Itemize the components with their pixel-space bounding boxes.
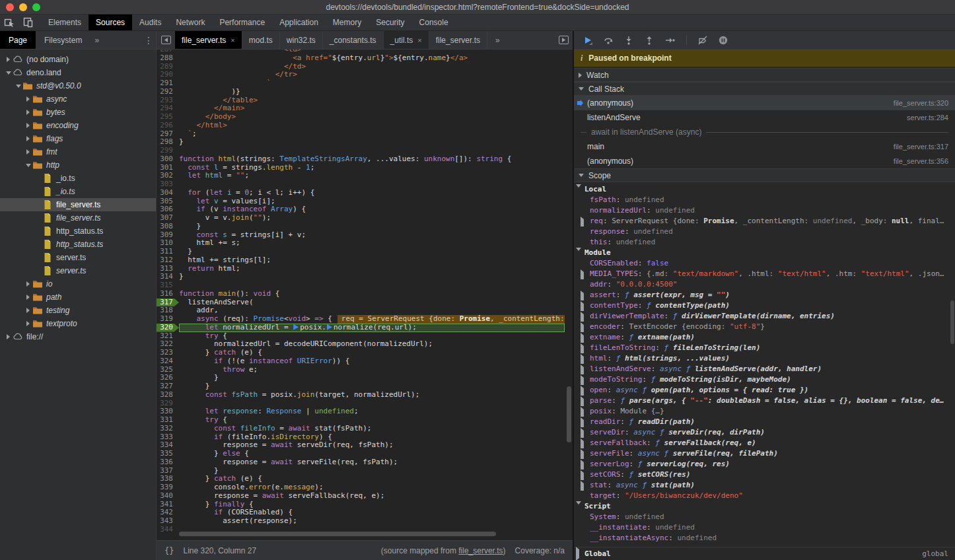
expand-arrow-icon[interactable] (24, 308, 32, 313)
expand-arrow-icon[interactable] (581, 409, 584, 417)
expand-arrow-icon[interactable] (581, 314, 584, 322)
editor-tab-_util.ts[interactable]: _util.ts× (384, 31, 429, 49)
code-line-content[interactable]: v = v.join(""); (179, 214, 565, 223)
line-number[interactable]: 323 (157, 349, 179, 357)
tree-item-std@v0.50.0[interactable]: std@v0.50.0 (0, 79, 156, 92)
tree-item-nodomain[interactable]: (no domain) (0, 53, 156, 66)
source-map-link[interactable]: file_server.ts (458, 546, 503, 555)
close-window-button[interactable] (6, 3, 14, 11)
minimize-window-button[interactable] (19, 3, 27, 11)
tree-item-io[interactable]: io (0, 277, 156, 291)
scope-property[interactable]: __instantiate: undefined (574, 522, 955, 533)
line-number[interactable]: 317 (157, 298, 179, 307)
scope-property[interactable]: this: undefined (574, 237, 955, 248)
scope-property[interactable]: req: ServerRequest {done: Promise, _cont… (574, 216, 955, 227)
expand-arrow-icon[interactable] (581, 303, 584, 311)
scope-group-local[interactable]: Local (574, 184, 955, 195)
line-number[interactable]: 336 (157, 458, 179, 467)
inspect-element-icon[interactable] (0, 15, 18, 30)
hide-debugger-icon[interactable] (554, 31, 573, 49)
code-line-content[interactable]: response = await serveFile(req, fsPath); (179, 458, 565, 467)
scope-property[interactable]: posix: Module {…} (574, 406, 955, 417)
expand-arrow-icon[interactable] (581, 440, 584, 448)
tree-item-http_status.ts[interactable]: http_status.ts (0, 225, 156, 238)
close-tab-icon[interactable]: × (230, 36, 234, 44)
code-line-content[interactable]: let normalizedUrl = posix.normalize(req.… (179, 324, 565, 332)
tab-filesystem[interactable]: Filesystem (36, 31, 90, 49)
scope-property[interactable]: dirViewerTemplate: ƒ dirViewerTemplate(d… (574, 311, 955, 322)
scope-global-row[interactable]: Global global (574, 547, 955, 560)
expand-arrow-icon[interactable] (24, 281, 32, 287)
editor-vertical-scrollbar[interactable] (567, 386, 571, 442)
expand-arrow-icon[interactable] (24, 164, 32, 167)
line-number[interactable]: 308 (157, 223, 179, 231)
scope-property[interactable]: serveDir: async ƒ serveDir(req, dirPath) (574, 427, 955, 438)
scope-property[interactable]: parse: ƒ parse(args, { "--": doubleDash … (574, 396, 955, 406)
line-number[interactable]: 332 (157, 425, 179, 433)
editor-tab-file_server.ts[interactable]: file_server.ts× (175, 31, 242, 49)
scope-property[interactable]: CORSEnabled: false (574, 258, 955, 269)
expand-arrow-icon[interactable] (581, 377, 584, 385)
expand-arrow-icon[interactable] (24, 321, 32, 326)
line-number[interactable]: 304 (157, 189, 179, 197)
expand-arrow-icon[interactable] (576, 187, 581, 195)
expand-arrow-icon[interactable] (24, 96, 32, 102)
scope-property[interactable]: fileLenToString: ƒ fileLenToString(len) (574, 343, 955, 353)
frame-location[interactable]: file_server.ts:356 (894, 157, 948, 165)
tree-item-_io.ts[interactable]: _io.ts (0, 185, 156, 198)
main-tab-sources[interactable]: Sources (88, 15, 132, 30)
step-icon[interactable] (665, 36, 675, 45)
frame-location[interactable]: file_server.ts:320 (894, 99, 948, 107)
code-editor[interactable]: 287 <td>288 <a href="${entry.url}">${ent… (157, 50, 573, 540)
code-line-content[interactable]: listenAndServe( (179, 298, 565, 307)
scope-group-module[interactable]: Module (574, 248, 955, 258)
scope-property[interactable]: contentType: ƒ contentType(path) (574, 300, 955, 311)
code-line-content[interactable]: } (179, 138, 565, 147)
line-number[interactable]: 300 (157, 155, 179, 164)
more-tabs-chevron[interactable]: » (90, 31, 103, 49)
expand-arrow-icon[interactable] (581, 430, 584, 438)
scope-property[interactable]: response: undefined (574, 227, 955, 237)
deactivate-breakpoints-icon[interactable] (698, 36, 707, 45)
code-line-content[interactable]: throw e; (179, 366, 565, 374)
tree-item-http_status.ts[interactable]: http_status.ts (0, 238, 156, 251)
scope-property[interactable]: System: undefined (574, 512, 955, 522)
tree-item-encoding[interactable]: encoding (0, 119, 156, 132)
editor-tab-_constants.ts[interactable]: _constants.ts (323, 31, 384, 49)
line-number[interactable]: 327 (157, 382, 179, 391)
line-number[interactable]: 316 (157, 290, 179, 298)
scope-property[interactable]: fsPath: undefined (574, 195, 955, 205)
device-toolbar-icon[interactable] (18, 15, 37, 30)
scope-property[interactable]: setCORS: ƒ setCORS(res) (574, 470, 955, 480)
tree-item-fmt[interactable]: fmt (0, 145, 156, 158)
call-stack-frame[interactable]: (anonymous)file_server.ts:320 (574, 96, 955, 110)
pretty-print-icon[interactable]: {} (164, 546, 174, 555)
expand-arrow-icon[interactable] (14, 85, 22, 88)
debugger-scrollbar[interactable] (950, 300, 954, 344)
scope-property[interactable]: extname: ƒ extname(path) (574, 332, 955, 343)
frame-location[interactable]: server.ts:284 (907, 114, 948, 122)
main-tab-elements[interactable]: Elements (41, 15, 88, 30)
line-number[interactable]: 344 (157, 526, 179, 534)
scope-property[interactable]: modeToString: ƒ modeToString(isDir, mayb… (574, 374, 955, 385)
tree-item-server.ts[interactable]: server.ts (0, 251, 156, 264)
expand-arrow-icon[interactable] (581, 219, 584, 227)
tree-item-file_server.ts[interactable]: file_server.ts (0, 211, 156, 225)
tree-item-_io.ts[interactable]: _io.ts (0, 172, 156, 185)
code-line-content[interactable]: } (179, 273, 565, 281)
line-number[interactable]: 295 (157, 113, 179, 122)
call-stack-frame[interactable]: mainfile_server.ts:317 (574, 139, 955, 154)
expand-arrow-icon[interactable] (4, 57, 13, 62)
expand-arrow-icon[interactable] (576, 504, 581, 512)
expand-arrow-icon[interactable] (24, 136, 32, 141)
main-tab-network[interactable]: Network (168, 15, 212, 30)
tree-item-file[interactable]: file:// (0, 330, 156, 343)
call-stack-frame[interactable]: (anonymous)file_server.ts:356 (574, 154, 955, 168)
expand-arrow-icon[interactable] (581, 472, 584, 480)
expand-arrow-icon[interactable] (581, 271, 584, 279)
scope-property[interactable]: stat: async ƒ stat(path) (574, 480, 955, 491)
line-number[interactable]: 315 (157, 281, 179, 290)
scope-property[interactable]: readDir: ƒ readDir(path) (574, 417, 955, 427)
editor-tab-file_server.ts[interactable]: file_server.ts (429, 31, 487, 49)
step-over-icon[interactable] (604, 36, 613, 45)
